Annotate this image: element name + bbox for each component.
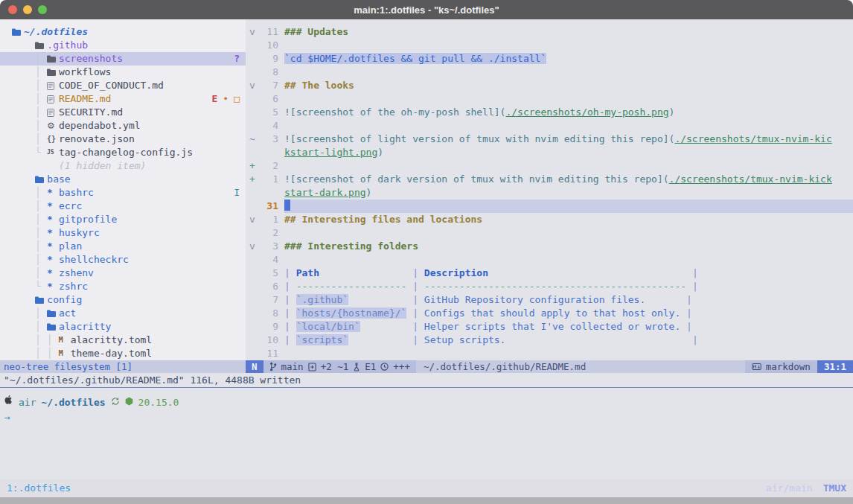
tree-item-ecrc[interactable]: │ *ecrc bbox=[0, 200, 246, 213]
line-content[interactable]: | `local/bin` | Helper scripts that I've… bbox=[284, 320, 853, 334]
line-content[interactable]: ## Interesting files and locations bbox=[284, 213, 853, 226]
tree-item-readme-md[interactable]: │ README.mdE•□ bbox=[0, 92, 246, 106]
editor-line[interactable]: 7| `.github` | GitHub Repository configu… bbox=[246, 293, 853, 307]
editor-line[interactable]: 5| Path | Description | bbox=[246, 267, 853, 280]
tree-item-code-of-conduct-md[interactable]: │ CODE_OF_CONDUCT.md bbox=[0, 79, 246, 92]
line-content[interactable] bbox=[284, 159, 853, 173]
tree-item-zshenv[interactable]: │ *zshenv bbox=[0, 267, 246, 280]
editor-line[interactable]: 2 bbox=[246, 226, 853, 240]
editor-line[interactable]: ~3![screenshot of light version of tmux … bbox=[246, 133, 853, 146]
editor-line[interactable]: 4 bbox=[246, 119, 853, 133]
tree-item--1-hidden-item-[interactable]: (1 hidden item) bbox=[0, 159, 246, 173]
text-segment: ./screenshots/tmux-nvim-kick bbox=[669, 173, 832, 185]
line-content[interactable]: ![screenshot of light version of tmux wi… bbox=[284, 133, 853, 146]
line-content[interactable]: | ------------------- | ----------------… bbox=[284, 280, 853, 293]
tree-item-screenshots[interactable]: │ screenshots? bbox=[0, 52, 246, 66]
fold-chevron-icon[interactable]: v bbox=[246, 213, 258, 226]
tree-item-gitprofile[interactable]: │ *gitprofile bbox=[0, 213, 246, 226]
tree-item-dependabot-yml[interactable]: │ ⚙dependabot.yml bbox=[0, 119, 246, 133]
text-segment: Configs that should apply to that host o… bbox=[424, 307, 680, 319]
editor-line[interactable]: 8| `hosts/{hostname}/` | Configs that sh… bbox=[246, 307, 853, 320]
editor-line[interactable]: 11 bbox=[246, 347, 853, 360]
text-segment: `.github` bbox=[296, 294, 348, 305]
prompt-arrow[interactable]: → bbox=[4, 410, 849, 425]
line-content[interactable] bbox=[284, 39, 853, 52]
gutter-gap bbox=[278, 307, 284, 320]
editor-line[interactable]: start-dark.png) bbox=[246, 186, 853, 200]
line-content[interactable] bbox=[284, 253, 853, 267]
tree-item-shellcheckrc[interactable]: │ *shellcheckrc bbox=[0, 253, 246, 267]
editor-line[interactable]: 5![screenshot of the oh-my-posh shell](.… bbox=[246, 106, 853, 119]
indent-guide bbox=[12, 293, 35, 307]
text-segment: | bbox=[284, 267, 296, 278]
line-content[interactable]: | Path | Description | bbox=[284, 267, 853, 280]
tree-item-tag-changelog-config-js[interactable]: └ JStag-changelog-config.js bbox=[0, 146, 246, 159]
tree-item-workflows[interactable]: │ workflows bbox=[0, 66, 246, 79]
line-content[interactable] bbox=[284, 66, 853, 79]
line-content[interactable] bbox=[284, 347, 853, 360]
line-content[interactable]: kstart-light.png) bbox=[284, 146, 853, 159]
editor-line[interactable]: 6 bbox=[246, 92, 853, 106]
line-content[interactable]: | `.github` | GitHub Repository configur… bbox=[284, 293, 853, 307]
indent-guide: │ bbox=[12, 106, 47, 119]
line-content[interactable]: `cd $HOME/.dotfiles && git pull && ./ins… bbox=[284, 52, 853, 66]
tree-item--dotfiles[interactable]: ~/.dotfiles bbox=[0, 25, 246, 39]
editor-line[interactable]: 9| `local/bin` | Helper scripts that I'v… bbox=[246, 320, 853, 334]
line-content[interactable] bbox=[284, 92, 853, 106]
fold-chevron-icon[interactable]: v bbox=[246, 79, 258, 92]
tree-item-theme-day-toml[interactable]: │ │ Mtheme-day.toml bbox=[0, 347, 246, 360]
tmux-status-bar: 1:.dotfiles air/main TMUX bbox=[0, 479, 853, 497]
tmux-window-tab[interactable]: 1:.dotfiles bbox=[7, 479, 71, 497]
line-content[interactable]: ## The looks bbox=[284, 79, 853, 92]
tree-item-zshrc[interactable]: └ *zshrc bbox=[0, 280, 246, 293]
line-number: 2 bbox=[258, 159, 278, 173]
line-content[interactable] bbox=[284, 226, 853, 240]
line-content[interactable]: ### Updates bbox=[284, 25, 853, 39]
line-content[interactable] bbox=[284, 119, 853, 133]
editor-line[interactable]: +1![screenshot of dark version of tmux w… bbox=[246, 173, 853, 186]
editor-line[interactable]: 8 bbox=[246, 66, 853, 79]
text-segment: | bbox=[284, 294, 296, 305]
cursor-line[interactable]: 31 bbox=[246, 200, 853, 213]
line-content[interactable]: ![screenshot of dark version of tmux wit… bbox=[284, 173, 853, 186]
editor-line[interactable]: 10 bbox=[246, 39, 853, 52]
tree-item-security-md[interactable]: │ SECURITY.md bbox=[0, 106, 246, 119]
line-content[interactable]: | `scripts` | Setup scripts. | bbox=[284, 334, 853, 347]
editor-line[interactable]: kstart-light.png) bbox=[246, 146, 853, 159]
tree-item-config[interactable]: config bbox=[0, 293, 246, 307]
editor-line[interactable]: v7## The looks bbox=[246, 79, 853, 92]
js-file-icon: JS bbox=[47, 146, 59, 159]
editor-line[interactable]: 9`cd $HOME/.dotfiles && git pull && ./in… bbox=[246, 52, 853, 66]
gutter-gap bbox=[278, 280, 284, 293]
text-segment: `cd $HOME/.dotfiles && git pull && ./ins… bbox=[284, 53, 546, 64]
editor-buffer[interactable]: v11### Updates109`cd $HOME/.dotfiles && … bbox=[246, 19, 853, 360]
editor-line[interactable]: 4 bbox=[246, 253, 853, 267]
line-number: 8 bbox=[258, 307, 278, 320]
line-content[interactable]: ![screenshot of the oh-my-posh shell](./… bbox=[284, 106, 853, 119]
editor-line[interactable]: v3### Interesting folders bbox=[246, 240, 853, 253]
editor-line[interactable]: v1## Interesting files and locations bbox=[246, 213, 853, 226]
tree-item--github[interactable]: .github bbox=[0, 39, 246, 52]
line-content[interactable]: start-dark.png) bbox=[284, 186, 853, 200]
editor-line[interactable]: 10| `scripts` | Setup scripts. | bbox=[246, 334, 853, 347]
tree-item-base[interactable]: base bbox=[0, 173, 246, 186]
tree-item-alacritty-toml[interactable]: │ │ Malacritty.toml bbox=[0, 334, 246, 347]
fold-chevron-icon[interactable]: v bbox=[246, 25, 258, 39]
tree-item-alacritty[interactable]: │ alacritty bbox=[0, 320, 246, 334]
tree-item-bashrc[interactable]: │ *bashrcI bbox=[0, 186, 246, 200]
tree-item-act[interactable]: │ act bbox=[0, 307, 246, 320]
fold-chevron-icon[interactable]: v bbox=[246, 240, 258, 253]
line-content[interactable] bbox=[284, 200, 853, 213]
text-segment bbox=[505, 334, 686, 345]
line-content[interactable]: ### Interesting folders bbox=[284, 240, 853, 253]
tree-item-huskyrc[interactable]: │ *huskyrc bbox=[0, 226, 246, 240]
text-segment: start-dark.png bbox=[284, 187, 366, 198]
tree-item-plan[interactable]: │ *plan bbox=[0, 240, 246, 253]
tree-item-renovate-json[interactable]: │ {}renovate.json bbox=[0, 133, 246, 146]
line-content[interactable]: | `hosts/{hostname}/` | Configs that sho… bbox=[284, 307, 853, 320]
editor-line[interactable]: v11### Updates bbox=[246, 25, 853, 39]
gutter-blank bbox=[246, 66, 258, 79]
editor-line[interactable]: +2 bbox=[246, 159, 853, 173]
editor-line[interactable]: 6| ------------------- | ---------------… bbox=[246, 280, 853, 293]
shell-pane[interactable]: air ~/.dotfiles 20.15.0 → bbox=[0, 388, 853, 479]
